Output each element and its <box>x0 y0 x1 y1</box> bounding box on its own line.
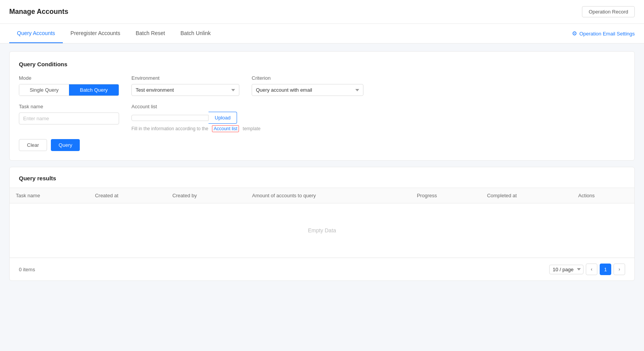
mode-label: Mode <box>19 75 119 81</box>
col-created-at: Created at <box>89 188 166 203</box>
account-list-template-link[interactable]: Account list <box>212 125 239 132</box>
query-conditions-title: Query Conditions <box>19 61 625 67</box>
clear-button[interactable]: Clear <box>19 139 47 151</box>
tab-batch-reset[interactable]: Batch Reset <box>128 24 173 43</box>
empty-data-row: Empty Data <box>10 203 634 258</box>
single-query-btn[interactable]: Single Query <box>19 84 69 96</box>
task-name-group: Task name <box>19 104 119 124</box>
task-name-input[interactable] <box>19 113 119 124</box>
tab-batch-unlink[interactable]: Batch Unlink <box>173 24 219 43</box>
batch-query-btn[interactable]: Batch Query <box>69 84 119 96</box>
col-created-by: Created by <box>166 188 246 203</box>
results-table: Task name Created at Created by Amount o… <box>10 188 634 258</box>
form-row-1: Mode Single Query Batch Query Environmen… <box>19 75 625 96</box>
table-body: Empty Data <box>10 203 634 258</box>
environment-label: Environment <box>131 75 239 81</box>
query-results-section: Query results Task name Created at Creat… <box>9 167 635 281</box>
environment-group: Environment Test environment Production … <box>131 75 239 96</box>
main-content: Query Conditions Mode Single Query Batch… <box>0 44 644 348</box>
mode-group: Mode Single Query Batch Query <box>19 75 119 96</box>
account-list-group: Account list Upload Fill in the informat… <box>131 104 261 131</box>
empty-data-label: Empty Data <box>16 209 628 252</box>
operation-email-settings-link[interactable]: ⚙ Operation Email Settings <box>572 30 635 37</box>
next-page-button[interactable]: › <box>614 264 625 275</box>
col-completed-at: Completed at <box>481 188 572 203</box>
criterion-group: Criterion Query account with email Query… <box>252 75 363 96</box>
task-name-label: Task name <box>19 104 119 109</box>
col-task-name: Task name <box>10 188 89 203</box>
account-list-hint: Fill in the information according to the… <box>131 126 261 131</box>
account-list-label: Account list <box>131 104 261 109</box>
hint-prefix: Fill in the information according to the <box>131 126 208 131</box>
col-actions: Actions <box>572 188 634 203</box>
col-progress: Progress <box>411 188 481 203</box>
hint-suffix: template <box>243 126 261 131</box>
query-button[interactable]: Query <box>51 139 80 151</box>
items-count: 0 items <box>19 267 35 272</box>
upload-row: Upload <box>131 112 261 124</box>
page-size-select[interactable]: 10 / page 20 / page 50 / page <box>549 265 583 274</box>
pagination: 10 / page 20 / page 50 / page ‹ 1 › <box>549 264 625 275</box>
form-row-2: Task name Account list Upload Fill in th… <box>19 104 625 131</box>
gear-icon: ⚙ <box>572 30 577 37</box>
criterion-label: Criterion <box>252 75 363 81</box>
table-header-row: Task name Created at Created by Amount o… <box>10 188 634 203</box>
query-conditions-card: Query Conditions Mode Single Query Batch… <box>9 51 635 161</box>
operation-record-button[interactable]: Operation Record <box>582 6 635 17</box>
table-header: Task name Created at Created by Amount o… <box>10 188 634 203</box>
results-table-container: Task name Created at Created by Amount o… <box>10 188 634 258</box>
form-actions: Clear Query <box>19 139 625 151</box>
criterion-select[interactable]: Query account with email Query account w… <box>252 84 363 96</box>
tab-preregister-accounts[interactable]: Preregister Accounts <box>63 24 128 43</box>
tab-query-accounts[interactable]: Query Accounts <box>9 24 63 43</box>
environment-select[interactable]: Test environment Production environment <box>131 84 239 96</box>
file-input-display[interactable] <box>131 115 209 121</box>
operation-email-settings-label: Operation Email Settings <box>579 31 635 37</box>
page-1-button[interactable]: 1 <box>600 264 611 275</box>
page-header: Manage Accounts Operation Record <box>0 0 644 24</box>
prev-page-button[interactable]: ‹ <box>586 264 597 275</box>
mode-toggle: Single Query Batch Query <box>19 84 119 96</box>
col-amount: Amount of accounts to query <box>246 188 411 203</box>
query-results-title: Query results <box>10 167 634 188</box>
page-title: Manage Accounts <box>9 8 68 16</box>
nav-bar: Query Accounts Preregister Accounts Batc… <box>0 24 644 44</box>
empty-data-cell: Empty Data <box>10 203 634 258</box>
upload-button[interactable]: Upload <box>209 112 237 124</box>
table-footer: 0 items 10 / page 20 / page 50 / page ‹ … <box>10 258 634 280</box>
nav-tabs: Query Accounts Preregister Accounts Batc… <box>9 24 219 43</box>
